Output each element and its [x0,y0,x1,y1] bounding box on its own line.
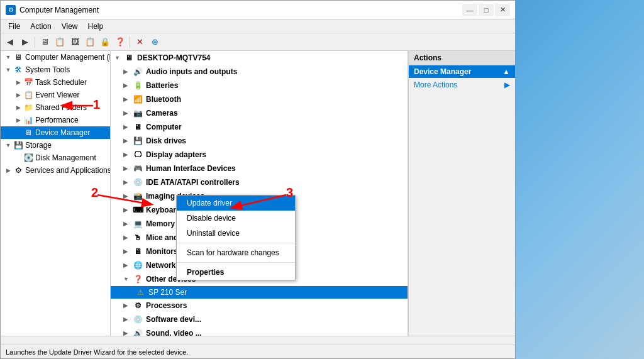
display-adapters-icon: 🖵 [132,150,143,160]
processors-icon: ⚙ [132,301,143,311]
cameras-category[interactable]: ▶ 📷 Cameras [111,106,408,120]
toolbar-btn-6[interactable]: ❓ [113,35,127,49]
context-disable-device[interactable]: Disable device [177,211,295,226]
other-devices-icon: ❓ [132,274,143,284]
display-adapters-category[interactable]: ▶ 🖵 Display adapters [111,148,408,162]
sound-icon: 🔊 [132,328,143,336]
tree-root[interactable]: ▼ 🖥 Computer Management (Local [1,51,110,64]
storage-icon: 💾 [13,140,23,150]
toolbar-btn-5[interactable]: 🔒 [98,35,112,49]
tree-event-viewer-label: Event Viewer [35,91,79,99]
tree-performance-label: Performance [35,116,79,124]
close-button[interactable]: ✕ [495,4,510,16]
bluetooth-icon: 📶 [132,94,143,104]
expander-disk [13,153,23,163]
batteries-category[interactable]: ▶ 🔋 Batteries [111,79,408,92]
expander-event: ▶ [13,90,23,100]
more-actions-link[interactable]: More Actions ▶ [409,78,515,92]
context-scan-hardware[interactable]: Scan for hardware changes [177,245,295,260]
computer-category[interactable]: ▶ 🖥 Computer [111,120,408,134]
audio-expander: ▶ [123,69,132,75]
context-separator-2 [177,262,295,263]
expander-services: ▶ [3,165,13,175]
hid-icon: 🎮 [132,163,143,174]
toolbar-refresh-button[interactable]: ⊕ [148,35,162,49]
computer-management-window: ⚙ Computer Management — □ ✕ File Action … [0,0,516,359]
horizontal-scrollbar[interactable] [1,336,515,345]
audio-category[interactable]: ▶ 🔊 Audio inputs and outputs [111,65,408,79]
bluetooth-category[interactable]: ▶ 📶 Bluetooth [111,92,408,106]
minimize-button[interactable]: — [462,4,477,16]
audio-label: Audio inputs and outputs [146,67,237,76]
tree-performance[interactable]: ▶ 📊 Performance [1,114,110,126]
menu-help[interactable]: Help [83,21,109,32]
expander-perf: ▶ [13,115,23,125]
toolbar-btn-3[interactable]: 🖼 [68,35,82,49]
disk-drives-label: Disk drives [146,136,186,145]
cameras-icon: 📷 [132,108,143,118]
tree-storage-label: Storage [25,141,52,150]
menu-file[interactable]: File [3,21,25,32]
back-button[interactable]: ◀ [3,35,17,49]
computer-cat-label: Computer [146,123,182,131]
sp210-device-item[interactable]: ⚠ SP 210 Ser [111,286,408,299]
expander-storage: ▼ [3,140,13,150]
status-text: Launches the Update Driver Wizard for th… [6,348,188,356]
sp210-label: SP 210 Ser [148,288,187,297]
cameras-label: Cameras [146,109,178,118]
tree-services-label: Services and Applications [25,166,111,175]
toolbar-btn-2[interactable]: 📋 [53,35,67,49]
context-update-driver[interactable]: Update driver [177,196,295,211]
middle-pane-devices: ▼ 🖥 DESKTOP-MQTV754 ▶ 🔊 Audio inputs and… [111,51,408,336]
computer-device-icon: 🖥 [123,53,135,63]
tree-services[interactable]: ▶ ⚙ Services and Applications [1,164,110,177]
tree-device-manager[interactable]: 🖥 Device Manager [1,126,110,139]
toolbar-delete-button[interactable]: ✕ [133,35,147,49]
menu-action[interactable]: Action [25,21,56,32]
tree-disk-management-label: Disk Management [35,153,96,162]
system-tools-icon: 🛠 [13,65,23,75]
tree-storage[interactable]: ▼ 💾 Storage [1,139,110,152]
monitors-icon: 🖥 [132,246,143,257]
tree-disk-management[interactable]: 💽 Disk Management [1,152,110,164]
window-title: Computer Management [19,6,462,14]
forward-button[interactable]: ▶ [18,35,32,49]
services-icon: ⚙ [13,165,23,175]
disk-management-icon: 💽 [23,153,33,163]
ide-icon: 💿 [132,177,143,187]
software-dev-category[interactable]: ▶ 💿 Software devi... [111,312,408,326]
context-separator-1 [177,243,295,243]
hid-category[interactable]: ▶ 🎮 Human Interface Devices [111,162,408,175]
computer-icon: 🖥 [13,52,23,62]
tree-system-tools-label: System Tools [25,65,70,74]
more-actions-label: More Actions [414,80,457,89]
computer-expander: ▼ [114,55,123,61]
computer-header[interactable]: ▼ 🖥 DESKTOP-MQTV754 [111,51,408,65]
title-controls: — □ ✕ [462,4,510,16]
context-properties[interactable]: Properties [177,265,295,280]
tree-system-tools[interactable]: ▼ 🛠 System Tools [1,64,110,76]
toolbar-btn-4[interactable]: 📋 [83,35,97,49]
context-scan-hardware-label: Scan for hardware changes [187,248,279,257]
shared-folders-icon: 📁 [23,102,33,113]
context-uninstall-device-label: Uninstall device [187,229,240,238]
action-section-title-label: Device Manager [414,67,471,76]
tree-event-viewer[interactable]: ▶ 📋 Event Viewer [1,89,110,101]
tree-shared-folders[interactable]: ▶ 📁 Shared Folders [1,101,110,114]
disk-drives-category[interactable]: ▶ 💾 Disk drives [111,134,408,148]
menu-view[interactable]: View [57,21,83,32]
expander-task: ▶ [13,77,23,87]
event-viewer-icon: 📋 [23,90,33,100]
context-uninstall-device[interactable]: Uninstall device [177,226,295,241]
expander-system-tools: ▼ [3,65,13,75]
processors-category[interactable]: ▶ ⚙ Processors [111,299,408,312]
sound-category[interactable]: ▶ 🔊 Sound, video ... [111,326,408,336]
performance-icon: 📊 [23,115,33,125]
computer-name: DESKTOP-MQTV754 [137,53,210,62]
ide-category[interactable]: ▶ 💿 IDE ATA/ATAPI controllers [111,175,408,189]
maximize-button[interactable]: □ [479,4,494,16]
context-menu: Update driver Disable device Uninstall d… [176,195,296,280]
toolbar-btn-1[interactable]: 🖥 [38,35,52,49]
tree-task-scheduler[interactable]: ▶ 📅 Task Scheduler [1,76,110,89]
toolbar-sep-1 [35,36,35,48]
